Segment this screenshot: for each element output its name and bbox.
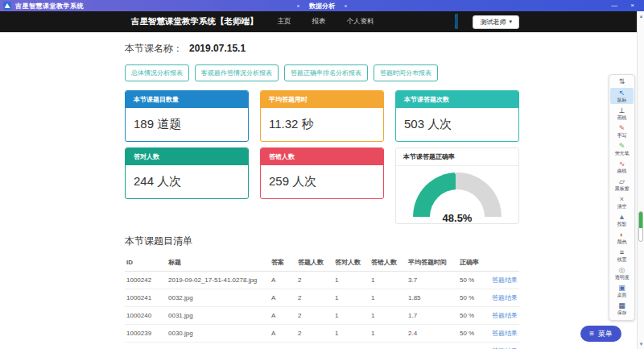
toolbar-item-label: 鼠标 [617,97,627,102]
window-controls: — × [611,0,644,11]
cell-accuracy: 50 % [458,272,490,289]
answer-result-link[interactable]: 答题结果 [492,276,518,284]
nav-item-reports[interactable]: 报表 [312,17,326,27]
table-row: 10002390030.jpgA2112.450 %答题结果 [125,325,519,343]
toolbar-item-line-width[interactable]: ≡线宽 [610,247,634,264]
report-button-objective[interactable]: 客观题作答情况分析报表 [195,64,279,81]
cell-actions: 答题结果 [490,343,519,349]
cell-id: 1000240 [125,307,167,325]
toolbar-item-label: 画线 [617,114,627,120]
answer-result-link[interactable]: 答题结果 [492,294,518,301]
stat-card-title: 本节课答题次数 [396,91,518,108]
chevron-down-icon: ▾ [509,19,512,25]
cell-id: 1000239 [125,325,167,343]
user-name: 测试老师 [480,18,506,27]
user-menu-button[interactable]: 测试老师 ▾ [473,15,519,29]
titlebar-dot [345,5,347,7]
question-table-body: 10002422019-09-02_17-51-41.0278.jpgA2113… [125,272,519,349]
accuracy-gauge-card: 本节课答题正确率 48.5% 0 100 [395,147,519,224]
toolbar-item-handwrite[interactable]: ✎手写 [610,123,634,139]
toolbar-item-label: 黑板擦 [615,185,630,191]
app-title: 吉星智慧课堂教学系统 [15,2,84,10]
course-name-label: 本节课名称： [125,42,183,56]
scroll-down-icon[interactable]: ▼ [638,342,644,347]
cell-answer-count: 2 [296,272,333,289]
cell-accuracy: 50 % [458,343,490,349]
table-header-row: ID 标题 答案 答题人数 答对人数 答错人数 平均答题时间 正确率 [125,255,519,272]
gauge-title: 本节课答题正确率 [396,148,518,166]
stat-card-title: 平均答题用时 [261,91,383,108]
toolbar-item-save[interactable]: ▦保存 [610,301,634,317]
answer-result-link[interactable]: 答题结果 [492,330,518,337]
highlighter-icon: ✎ [619,142,625,150]
toolbar-item-label: 透明度 [615,274,630,280]
clear-icon: × [620,195,624,203]
report-button-accuracy-rank[interactable]: 答题正确率排名分析报表 [284,64,368,81]
save-icon: ▦ [618,301,625,310]
cell-correct-count: 1 [333,272,369,289]
col-header-avg-time: 平均答题时间 [407,255,458,272]
toolbar-item-draw-line[interactable]: ⊥画线 [610,106,634,122]
cell-id: 1000238 [125,343,167,349]
stat-card-value: 259 人次 [261,165,383,189]
report-buttons-row: 总体情况分析报表 客观题作答情况分析报表 答题正确率排名分析报表 答题时间分布报… [125,64,519,81]
titlebar-tab[interactable]: 数据分析 [297,2,347,10]
report-button-time-distribution[interactable]: 答题时间分布报表 [374,64,438,81]
color-icon: ◐ [620,231,624,239]
accuracy-gauge: 48.5% 0 100 [411,172,504,222]
toolbar-item-label: 荧光笔 [615,150,630,156]
toolbar-item-label: 手写 [617,132,627,138]
cell-correct-count: 1 [333,289,369,307]
handwrite-icon: ✎ [619,124,625,132]
gauge-value: 48.5% [411,212,504,224]
toolbar-item-projection[interactable]: ▲投影 [610,212,634,228]
question-table: ID 标题 答案 答题人数 答对人数 答错人数 平均答题时间 正确率 10002… [125,255,519,349]
col-header-accuracy: 正确率 [458,255,490,272]
toolbar-item-desktop[interactable]: ▣桌面 [610,283,634,299]
minimize-button[interactable]: — [611,0,617,11]
col-header-id: ID [125,255,167,272]
scroll-up-icon[interactable]: ▲ [638,14,644,19]
toolbar-item-curve[interactable]: ∿曲线 [610,159,634,175]
cell-actions: 答题结果 [490,307,519,325]
toolbar-item-mouse[interactable]: ↖鼠标 [610,88,634,104]
cell-avg-time: 3.7 [407,272,458,289]
menu-list-icon: ≡ [589,330,594,338]
cell-title: 2019-09-02_17-51-41.0278.jpg [167,272,270,289]
toolbar-item-highlighter[interactable]: ✎荧光笔 [610,141,634,157]
toolbar-item-opacity[interactable]: ◎透明度 [610,265,634,281]
nav-item-profile[interactable]: 个人资料 [347,17,374,27]
cell-correct-count: 1 [333,307,369,325]
table-row: 10002422019-09-02_17-51-41.0278.jpgA2113… [125,272,519,289]
cell-actions: 答题结果 [490,272,519,289]
line-width-icon: ≡ [620,248,624,256]
toolbar-item-eraser[interactable]: ▱黑板擦 [610,177,634,193]
toolbar-item-clear[interactable]: ×清空 [610,194,634,210]
stat-card-correct-count: 答对人数 244 人次 [125,147,249,199]
course-name-value: 2019.07.15.1 [189,43,246,54]
menu-button[interactable]: ≡ 菜单 [580,326,621,342]
cell-answer: A [270,307,296,325]
toolbar-item-color[interactable]: ◐颜色 [610,230,634,246]
cell-wrong-count: 1 [369,307,407,325]
nav-item-home[interactable]: 主页 [278,17,291,27]
opacity-icon: ◎ [619,266,625,274]
col-header-actions [490,255,519,272]
cell-answer-count: 2 [296,289,333,307]
cell-correct-count: 1 [333,343,369,349]
stat-card-answer-count: 本节课答题次数 503 人次 [395,90,519,142]
scrollbar-thumb[interactable] [638,211,643,242]
answer-result-link[interactable]: 答题结果 [492,312,518,319]
report-button-overall[interactable]: 总体情况分析报表 [125,64,189,81]
cell-answer: A [270,325,296,343]
navbar-brand: 吉星智慧课堂教学系统【老师端】 [131,16,258,27]
stat-card-title: 答错人数 [261,148,383,165]
cell-accuracy: 50 % [458,307,490,325]
stat-card-value: 503 人次 [396,108,518,132]
close-button[interactable]: × [630,0,634,11]
app-logo-icon [3,2,11,10]
cell-wrong-count: 1 [369,272,407,289]
draw-line-icon: ⊥ [619,106,625,114]
desktop-icon: ▣ [618,284,625,292]
collapse-toolbar-icon[interactable]: ⇅ [619,77,625,86]
